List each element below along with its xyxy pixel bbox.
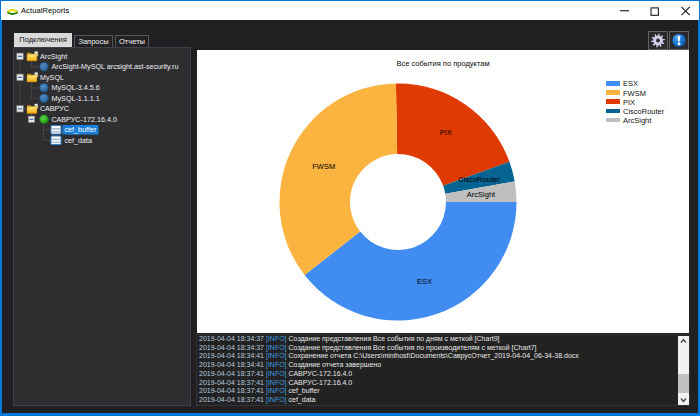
svg-text:cef_data: cef_data (65, 136, 93, 145)
svg-text:MySQL-3.4.5.6: MySQL-3.4.5.6 (52, 83, 100, 92)
svg-text:САВРУС-172.16.4.0: САВРУС-172.16.4.0 (52, 115, 117, 124)
svg-text:MySQL: MySQL (40, 73, 64, 82)
svg-text:cef_buffer: cef_buffer (65, 125, 97, 134)
svg-text:ArcSight-MySQL arcsight.ast-se: ArcSight-MySQL arcsight.ast-security.ru (52, 62, 179, 71)
svg-text:ArcSight: ArcSight (40, 52, 67, 61)
svg-text:САВРУС: САВРУС (40, 104, 69, 113)
svg-text:MySQL-1.1.1.1: MySQL-1.1.1.1 (52, 94, 100, 103)
